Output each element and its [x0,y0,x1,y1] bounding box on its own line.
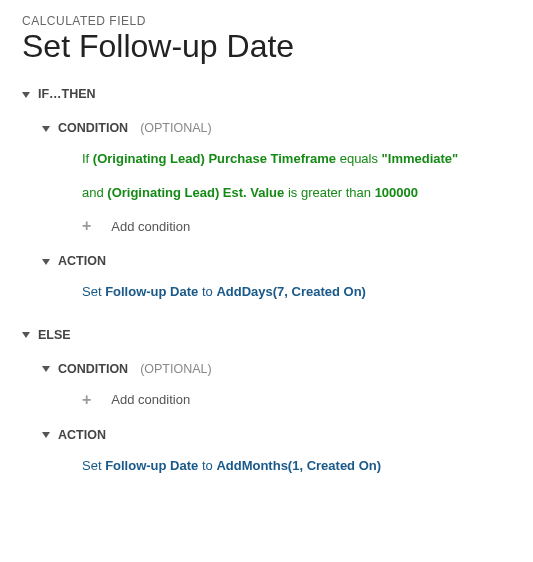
condition-value: "Immediate" [382,151,459,166]
condition-row-2[interactable]: and (Originating Lead) Est. Value is gre… [82,183,511,203]
chevron-down-icon [22,92,30,98]
condition-field: (Originating Lead) Est. Value [107,185,284,200]
optional-label: (OPTIONAL) [140,121,212,135]
if-action-header[interactable]: ACTION [42,254,511,268]
optional-label: (OPTIONAL) [140,362,212,376]
action-prefix: Set [82,284,105,299]
condition-operator: equals [336,151,382,166]
condition-field: (Originating Lead) Purchase Timeframe [93,151,336,166]
condition-conjunction: and [82,185,107,200]
action-field: Follow-up Date [105,458,198,473]
chevron-down-icon [42,259,50,265]
if-then-label: IF…THEN [38,87,96,101]
else-label: ELSE [38,328,71,342]
action-function: AddMonths(1, Created On) [216,458,381,473]
add-condition-row-else[interactable]: + Add condition [82,392,511,408]
condition-prefix: If [82,151,93,166]
add-condition-label: Add condition [111,392,190,407]
condition-operator: is greater than [284,185,374,200]
else-header[interactable]: ELSE [22,328,511,342]
action-label: ACTION [58,428,106,442]
if-condition-header[interactable]: CONDITION (OPTIONAL) [42,121,511,135]
chevron-down-icon [42,432,50,438]
else-condition-header[interactable]: CONDITION (OPTIONAL) [42,362,511,376]
action-field: Follow-up Date [105,284,198,299]
else-action-row[interactable]: Set Follow-up Date to AddMonths(1, Creat… [82,456,511,476]
chevron-down-icon [42,126,50,132]
add-condition-row-if[interactable]: + Add condition [82,218,511,234]
condition-value: 100000 [375,185,418,200]
action-mid: to [198,458,216,473]
plus-icon: + [82,392,91,408]
breadcrumb: CALCULATED FIELD [22,14,511,28]
else-action-header[interactable]: ACTION [42,428,511,442]
if-action-row[interactable]: Set Follow-up Date to AddDays(7, Created… [82,282,511,302]
if-then-header[interactable]: IF…THEN [22,87,511,101]
condition-row-1[interactable]: If (Originating Lead) Purchase Timeframe… [82,149,511,169]
chevron-down-icon [22,332,30,338]
chevron-down-icon [42,366,50,372]
condition-label: CONDITION [58,121,128,135]
action-prefix: Set [82,458,105,473]
action-label: ACTION [58,254,106,268]
page-title: Set Follow-up Date [22,28,511,65]
plus-icon: + [82,218,91,234]
add-condition-label: Add condition [111,219,190,234]
action-mid: to [198,284,216,299]
condition-label: CONDITION [58,362,128,376]
action-function: AddDays(7, Created On) [216,284,366,299]
